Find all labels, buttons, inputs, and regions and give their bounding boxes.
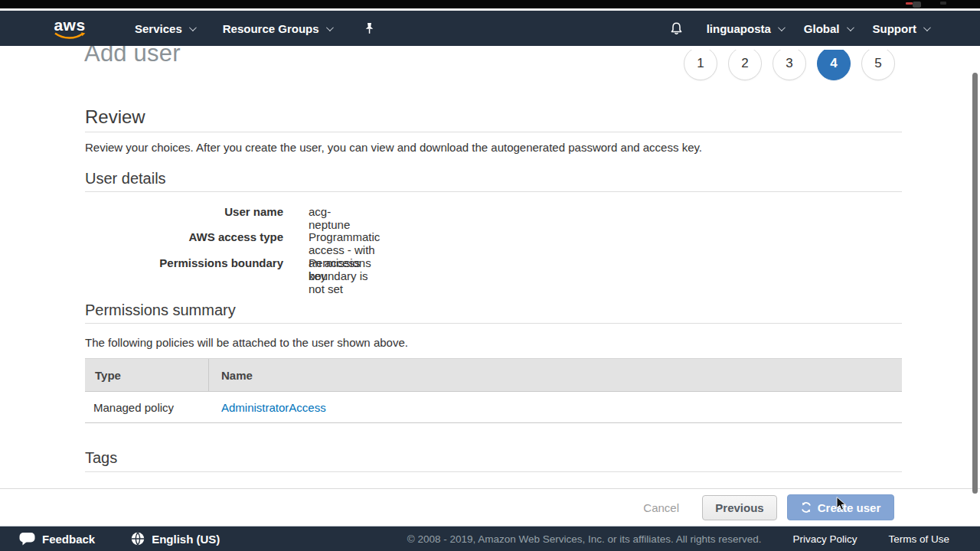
divider: [85, 132, 902, 132]
aws-navbar: aws Services Resource Groups linguapost: [0, 11, 980, 46]
mouse-cursor: [836, 497, 847, 511]
browser-chrome-fragment: [906, 2, 913, 5]
detail-label: AWS access type: [85, 230, 283, 243]
tags-empty-note: No tags were added: [85, 483, 391, 488]
tags-heading: Tags: [85, 449, 117, 467]
divider: [85, 471, 902, 472]
chevron-down-icon: [846, 24, 854, 31]
cancel-button[interactable]: Cancel: [643, 501, 679, 514]
step-4-active[interactable]: 4: [817, 50, 851, 80]
nav-support-menu[interactable]: Support: [873, 22, 929, 35]
permissions-summary-description: The following policies will be attached …: [85, 336, 408, 349]
language-label: English (US): [152, 533, 220, 546]
terms-of-use-link[interactable]: Terms of Use: [888, 533, 949, 545]
bell-icon[interactable]: [669, 21, 684, 36]
navbar-right: linguaposta Global Support: [669, 21, 929, 36]
nav-resource-groups-label: Resource Groups: [223, 22, 319, 35]
speech-bubble-icon: [19, 532, 35, 546]
nav-region-label: Global: [804, 22, 840, 35]
policy-name-link[interactable]: AdministratorAccess: [221, 401, 326, 414]
privacy-policy-link[interactable]: Privacy Policy: [792, 533, 857, 545]
divider: [85, 191, 902, 192]
step-2[interactable]: 2: [728, 50, 762, 80]
detail-value: acg-neptune: [309, 205, 350, 231]
wizard-action-bar: Cancel Previous Create user: [0, 488, 980, 527]
footer-right: © 2008 - 2019, Amazon Web Services, Inc.…: [407, 533, 949, 545]
nav-resource-groups[interactable]: Resource Groups: [223, 22, 332, 35]
nav-account-menu[interactable]: linguaposta: [707, 22, 783, 35]
feedback-label: Feedback: [42, 533, 95, 546]
page-title: Add user: [84, 46, 406, 67]
detail-label: Permissions boundary: [85, 256, 283, 269]
tags-empty-note-clip: No tags were added: [85, 483, 391, 488]
feedback-button[interactable]: Feedback: [19, 532, 95, 546]
user-details-heading: User details: [85, 170, 166, 187]
review-heading: Review: [85, 106, 145, 128]
aws-logo[interactable]: aws: [54, 18, 86, 40]
scrollbar-thumb[interactable]: [972, 73, 978, 494]
nav-services[interactable]: Services: [135, 22, 194, 35]
policies-table: Type Name Managed policy AdministratorAc…: [85, 358, 902, 423]
create-user-label: Create user: [818, 501, 881, 514]
chevron-down-icon: [189, 24, 197, 31]
permissions-summary-heading: Permissions summary: [85, 302, 236, 319]
nav-region-menu[interactable]: Global: [804, 22, 852, 35]
previous-button[interactable]: Previous: [702, 495, 777, 520]
sync-spinner-icon: [801, 502, 812, 513]
pin-icon[interactable]: [364, 22, 375, 34]
wizard-steps: 1 2 3 4 5: [684, 50, 895, 82]
page-title-clip: Add user: [84, 46, 406, 71]
detail-value: Permissions boundary is not set: [309, 256, 371, 295]
aws-logo-text: aws: [54, 18, 85, 32]
browser-chrome-bar: [0, 0, 980, 8]
chevron-down-icon: [923, 24, 931, 31]
policy-type-cell: Managed policy: [85, 401, 208, 414]
chevron-down-icon: [778, 24, 786, 31]
chevron-down-icon: [326, 24, 334, 31]
nav-account-label: linguaposta: [707, 22, 771, 35]
step-5[interactable]: 5: [861, 50, 895, 80]
copyright-text: © 2008 - 2019, Amazon Web Services, Inc.…: [407, 533, 762, 545]
aws-smile-icon: [54, 32, 86, 40]
detail-label: User name: [85, 205, 283, 218]
browser-chrome-fragment: [940, 2, 946, 5]
step-1[interactable]: 1: [684, 50, 717, 80]
aws-footer: Feedback English (US) © 2008 - 2019, Ama…: [0, 527, 980, 551]
column-header-name: Name: [208, 369, 253, 382]
column-header-type: Type: [85, 369, 208, 382]
policies-table-header: Type Name: [85, 358, 902, 392]
review-description: Review your choices. After you create th…: [85, 141, 702, 154]
step-3[interactable]: 3: [773, 50, 806, 80]
browser-chrome-fragment: [913, 2, 921, 8]
column-divider: [208, 359, 209, 391]
table-row: Managed policy AdministratorAccess: [85, 392, 902, 423]
nav-services-label: Services: [135, 22, 182, 35]
language-selector[interactable]: English (US): [131, 532, 220, 546]
globe-icon: [131, 532, 145, 546]
nav-support-label: Support: [873, 22, 917, 35]
divider: [85, 323, 902, 324]
